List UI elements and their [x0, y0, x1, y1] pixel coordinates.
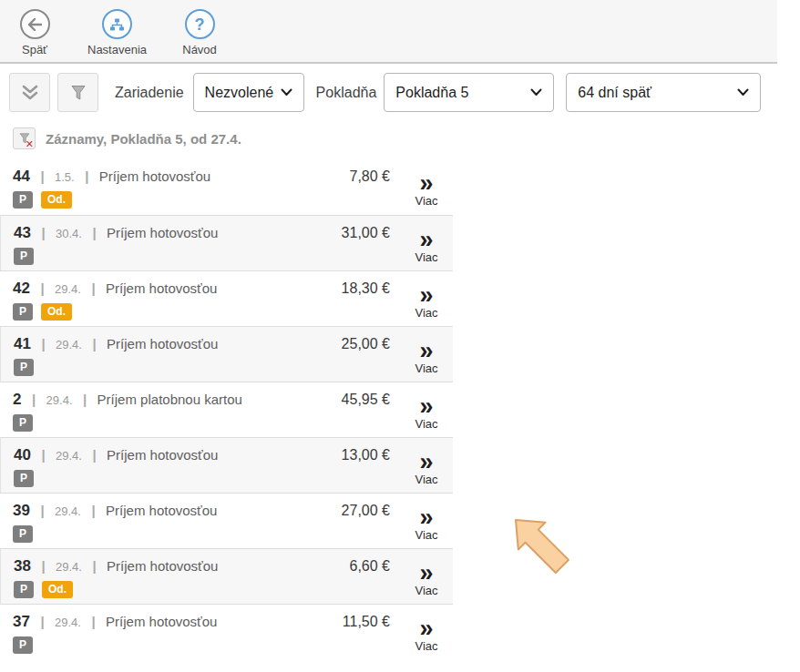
settings-button-label: Nastavenia [87, 43, 147, 56]
more-button[interactable]: » Viac [405, 507, 448, 542]
badge-row: POd. [14, 581, 453, 598]
separator: | [41, 225, 45, 240]
record-description: Príjem hotovosťou [107, 558, 218, 574]
record-row: 39 | 29.4. | Príjem hotovosťou 27,00 € P… [0, 493, 453, 548]
record-number: 44 [13, 168, 30, 185]
record-number: 2 [13, 391, 21, 408]
more-button[interactable]: » Viac [405, 563, 448, 597]
double-chevron-right-icon: » [405, 341, 448, 361]
record-description: Príjem platobnou kartou [97, 392, 242, 407]
double-chevron-right-icon: » [405, 229, 448, 249]
filter-button[interactable] [57, 73, 98, 112]
record-row: 42 | 29.4. | Príjem hotovosťou 18,30 € P… [0, 270, 453, 326]
more-button-label: Viac [405, 361, 448, 375]
back-button[interactable]: Späť [15, 9, 55, 56]
record-description: Príjem hotovosťou [106, 280, 217, 296]
more-button-label: Viac [405, 417, 448, 431]
separator: | [40, 503, 44, 518]
record-number: 41 [14, 335, 31, 352]
record-row: 38 | 29.4. | Príjem hotovosťou 6,60 € PO… [0, 548, 453, 604]
separator: | [91, 280, 95, 296]
chevron-down-icon [737, 88, 749, 97]
status-badge: Od. [41, 191, 72, 209]
more-button[interactable]: » Viac [405, 341, 448, 375]
settings-button[interactable]: Nastavenia [87, 9, 147, 56]
more-button-label: Viac [405, 250, 448, 264]
double-chevron-right-icon: » [405, 618, 448, 638]
separator: | [40, 614, 44, 629]
record-date: 29.4. [56, 338, 82, 351]
funnel-icon [69, 84, 87, 102]
status-badge: P [13, 636, 33, 654]
record-date: 29.4. [46, 393, 73, 407]
record-number: 40 [14, 446, 31, 463]
register-select[interactable]: Pokladňa 5 [384, 73, 554, 112]
help-button-label: Návod [182, 43, 217, 56]
status-badge: P [14, 359, 34, 376]
more-button[interactable]: » Viac [405, 618, 448, 653]
record-amount: 18,30 € [342, 280, 390, 297]
record-date: 29.4. [56, 560, 82, 574]
register-select-value: Pokladňa 5 [395, 85, 468, 101]
record-date: 29.4. [55, 282, 81, 296]
record-number: 38 [14, 557, 31, 575]
badge-row: P [14, 248, 453, 265]
filter-bar: Zariadenie Nezvolené Pokladňa Pokladňa 5… [9, 73, 800, 112]
separator: | [40, 280, 44, 296]
double-chevron-down-icon [20, 84, 40, 102]
record-amount: 25,00 € [342, 336, 390, 352]
more-button[interactable]: » Viac [405, 452, 448, 486]
double-chevron-right-icon: » [405, 396, 448, 416]
question-icon: ? [185, 9, 215, 39]
chevron-down-icon [530, 88, 542, 97]
separator: | [92, 336, 96, 351]
record-description: Príjem hotovosťou [106, 503, 217, 518]
separator: | [41, 447, 45, 463]
remove-x-icon: ✕ [26, 139, 34, 149]
status-badge: P [14, 581, 34, 598]
record-row: 37 | 29.4. | Príjem hotovosťou 11,50 € P… [0, 604, 453, 659]
record-amount: 11,50 € [343, 614, 390, 630]
list-header-title: Záznamy, Pokladňa 5, od 27.4. [46, 131, 241, 147]
separator: | [91, 503, 95, 518]
more-button[interactable]: » Viac [405, 173, 448, 208]
record-date: 30.4. [56, 227, 82, 240]
double-chevron-right-icon: » [405, 507, 448, 527]
double-chevron-right-icon: » [405, 173, 448, 193]
record-description: Príjem hotovosťou [107, 447, 218, 463]
record-description: Príjem hotovosťou [99, 168, 210, 184]
separator: | [92, 225, 96, 240]
status-badge: Od. [42, 581, 73, 598]
badge-row: P [13, 525, 453, 543]
separator: | [91, 614, 95, 629]
record-amount: 7,80 € [350, 168, 390, 185]
record-row: 41 | 29.4. | Príjem hotovosťou 25,00 € P… [0, 326, 453, 382]
record-date: 1.5. [55, 170, 75, 184]
record-date: 29.4. [56, 449, 82, 463]
record-amount: 13,00 € [342, 447, 390, 463]
badge-row: P [14, 359, 453, 376]
separator: | [85, 168, 88, 184]
more-button[interactable]: » Viac [405, 396, 448, 431]
device-select[interactable]: Nezvolené [193, 73, 304, 112]
clear-filter-button[interactable]: ✕ [13, 127, 36, 149]
period-select[interactable]: 64 dní späť [566, 73, 761, 112]
record-row: 40 | 29.4. | Príjem hotovosťou 13,00 € P… [0, 437, 453, 493]
record-amount: 6,60 € [350, 558, 390, 575]
help-button[interactable]: ? Návod [179, 9, 220, 56]
more-button-label: Viac [405, 306, 448, 320]
more-button-label: Viac [405, 528, 448, 542]
record-date: 29.4. [55, 616, 81, 629]
more-button[interactable]: » Viac [405, 285, 448, 320]
more-button[interactable]: » Viac [405, 229, 448, 264]
collapse-button[interactable] [9, 73, 50, 112]
double-chevron-right-icon: » [405, 563, 448, 583]
record-amount: 31,00 € [342, 225, 390, 241]
separator: | [41, 558, 45, 574]
badge-row: POd. [13, 303, 453, 321]
register-label: Pokladňa [316, 85, 377, 101]
record-amount: 45,95 € [342, 392, 390, 408]
double-chevron-right-icon: » [405, 452, 448, 472]
status-badge: P [13, 525, 33, 543]
back-button-label: Späť [22, 43, 47, 56]
